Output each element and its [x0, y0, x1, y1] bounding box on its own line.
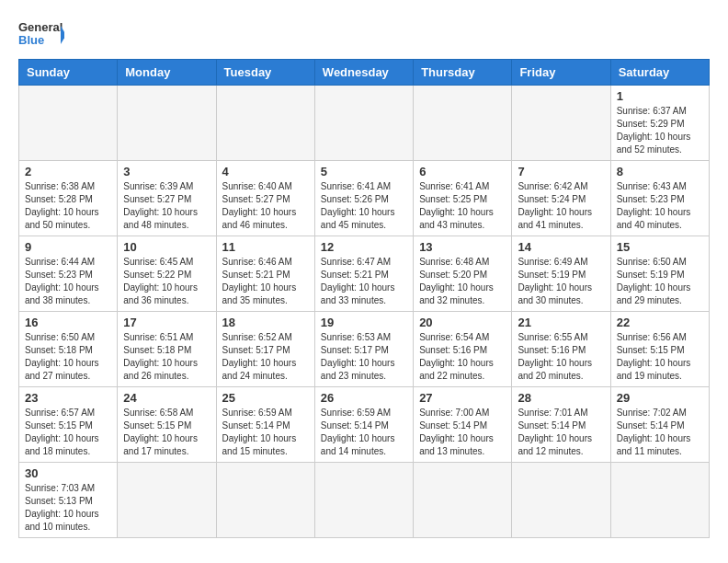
calendar-cell: 3Sunrise: 6:39 AM Sunset: 5:27 PM Daylig… [118, 161, 216, 236]
svg-text:Blue: Blue [18, 33, 44, 47]
day-of-week-header: Thursday [414, 60, 512, 86]
calendar-cell: 10Sunrise: 6:45 AM Sunset: 5:22 PM Dayli… [118, 236, 216, 312]
day-info: Sunrise: 7:02 AM Sunset: 5:14 PM Dayligh… [617, 407, 703, 458]
calendar-cell [216, 86, 314, 161]
day-number: 18 [222, 316, 309, 329]
day-number: 8 [617, 165, 703, 178]
day-info: Sunrise: 6:57 AM Sunset: 5:15 PM Dayligh… [25, 407, 111, 458]
calendar-cell: 2Sunrise: 6:38 AM Sunset: 5:28 PM Daylig… [19, 161, 118, 236]
day-info: Sunrise: 6:42 AM Sunset: 5:24 PM Dayligh… [518, 180, 604, 232]
calendar-week-row: 2Sunrise: 6:38 AM Sunset: 5:28 PM Daylig… [19, 161, 710, 236]
day-info: Sunrise: 6:56 AM Sunset: 5:15 PM Dayligh… [617, 331, 703, 383]
calendar-cell [414, 463, 512, 538]
day-number: 14 [518, 240, 604, 254]
day-number: 29 [617, 391, 703, 405]
day-number: 25 [222, 391, 309, 405]
calendar-table: SundayMondayTuesdayWednesdayThursdayFrid… [18, 59, 710, 538]
day-number: 6 [419, 165, 506, 178]
calendar-cell: 15Sunrise: 6:50 AM Sunset: 5:19 PM Dayli… [610, 236, 709, 312]
calendar-week-row: 1Sunrise: 6:37 AM Sunset: 5:29 PM Daylig… [19, 86, 710, 161]
calendar-cell: 21Sunrise: 6:55 AM Sunset: 5:16 PM Dayli… [512, 312, 610, 387]
calendar-cell: 11Sunrise: 6:46 AM Sunset: 5:21 PM Dayli… [216, 236, 314, 312]
day-number: 28 [518, 391, 604, 405]
calendar-cell: 26Sunrise: 6:59 AM Sunset: 5:14 PM Dayli… [314, 387, 413, 463]
day-number: 2 [25, 165, 111, 178]
day-number: 13 [419, 240, 506, 254]
calendar-cell: 17Sunrise: 6:51 AM Sunset: 5:18 PM Dayli… [118, 312, 216, 387]
day-info: Sunrise: 6:40 AM Sunset: 5:27 PM Dayligh… [222, 180, 309, 232]
day-info: Sunrise: 6:39 AM Sunset: 5:27 PM Dayligh… [123, 180, 210, 232]
day-number: 4 [222, 165, 309, 178]
calendar-cell: 1Sunrise: 6:37 AM Sunset: 5:29 PM Daylig… [610, 86, 709, 161]
calendar-cell: 9Sunrise: 6:44 AM Sunset: 5:23 PM Daylig… [19, 236, 118, 312]
day-number: 3 [123, 165, 210, 178]
day-info: Sunrise: 6:50 AM Sunset: 5:18 PM Dayligh… [25, 331, 111, 383]
day-number: 20 [419, 316, 506, 329]
day-info: Sunrise: 6:50 AM Sunset: 5:19 PM Dayligh… [617, 256, 703, 307]
calendar-cell: 5Sunrise: 6:41 AM Sunset: 5:26 PM Daylig… [314, 161, 413, 236]
day-number: 26 [321, 391, 407, 405]
calendar-cell: 20Sunrise: 6:54 AM Sunset: 5:16 PM Dayli… [414, 312, 512, 387]
day-info: Sunrise: 6:48 AM Sunset: 5:20 PM Dayligh… [419, 256, 506, 307]
day-info: Sunrise: 6:41 AM Sunset: 5:26 PM Dayligh… [321, 180, 407, 232]
page-header: General Blue [18, 18, 710, 50]
day-number: 16 [25, 316, 111, 329]
calendar-week-row: 16Sunrise: 6:50 AM Sunset: 5:18 PM Dayli… [19, 312, 710, 387]
day-info: Sunrise: 6:38 AM Sunset: 5:28 PM Dayligh… [25, 180, 111, 232]
calendar-cell: 14Sunrise: 6:49 AM Sunset: 5:19 PM Dayli… [512, 236, 610, 312]
day-number: 11 [222, 240, 309, 254]
day-of-week-header: Tuesday [216, 60, 314, 86]
calendar-cell: 13Sunrise: 6:48 AM Sunset: 5:20 PM Dayli… [414, 236, 512, 312]
calendar-cell: 30Sunrise: 7:03 AM Sunset: 5:13 PM Dayli… [19, 463, 118, 538]
calendar-cell: 6Sunrise: 6:41 AM Sunset: 5:25 PM Daylig… [414, 161, 512, 236]
day-info: Sunrise: 6:49 AM Sunset: 5:19 PM Dayligh… [518, 256, 604, 307]
day-info: Sunrise: 7:03 AM Sunset: 5:13 PM Dayligh… [25, 482, 111, 534]
day-info: Sunrise: 6:37 AM Sunset: 5:29 PM Dayligh… [617, 105, 703, 156]
day-info: Sunrise: 6:41 AM Sunset: 5:25 PM Dayligh… [419, 180, 506, 232]
day-of-week-header: Friday [512, 60, 610, 86]
day-number: 17 [123, 316, 210, 329]
calendar-cell: 4Sunrise: 6:40 AM Sunset: 5:27 PM Daylig… [216, 161, 314, 236]
calendar-week-row: 9Sunrise: 6:44 AM Sunset: 5:23 PM Daylig… [19, 236, 710, 312]
day-number: 12 [321, 240, 407, 254]
day-info: Sunrise: 6:55 AM Sunset: 5:16 PM Dayligh… [518, 331, 604, 383]
day-number: 1 [617, 89, 703, 103]
day-number: 22 [617, 316, 703, 329]
calendar-cell [512, 86, 610, 161]
calendar-cell [314, 86, 413, 161]
day-of-week-header: Monday [118, 60, 216, 86]
day-of-week-header: Sunday [19, 60, 118, 86]
day-number: 10 [123, 240, 210, 254]
day-number: 15 [617, 240, 703, 254]
day-number: 30 [25, 466, 111, 480]
calendar-cell [512, 463, 610, 538]
calendar-cell: 22Sunrise: 6:56 AM Sunset: 5:15 PM Dayli… [610, 312, 709, 387]
day-number: 9 [25, 240, 111, 254]
calendar-cell [118, 86, 216, 161]
day-of-week-header: Wednesday [314, 60, 413, 86]
calendar-cell [216, 463, 314, 538]
calendar-cell [414, 86, 512, 161]
day-info: Sunrise: 6:43 AM Sunset: 5:23 PM Dayligh… [617, 180, 703, 232]
calendar-cell: 24Sunrise: 6:58 AM Sunset: 5:15 PM Dayli… [118, 387, 216, 463]
day-info: Sunrise: 6:53 AM Sunset: 5:17 PM Dayligh… [321, 331, 407, 383]
day-info: Sunrise: 6:59 AM Sunset: 5:14 PM Dayligh… [321, 407, 407, 458]
day-info: Sunrise: 6:45 AM Sunset: 5:22 PM Dayligh… [123, 256, 210, 307]
svg-text:General: General [18, 20, 63, 34]
logo: General Blue [18, 18, 64, 50]
day-number: 7 [518, 165, 604, 178]
day-number: 19 [321, 316, 407, 329]
logo-svg: General Blue [18, 18, 64, 50]
calendar-cell: 23Sunrise: 6:57 AM Sunset: 5:15 PM Dayli… [19, 387, 118, 463]
calendar-cell: 18Sunrise: 6:52 AM Sunset: 5:17 PM Dayli… [216, 312, 314, 387]
calendar-week-row: 30Sunrise: 7:03 AM Sunset: 5:13 PM Dayli… [19, 463, 710, 538]
day-number: 5 [321, 165, 407, 178]
calendar-cell: 25Sunrise: 6:59 AM Sunset: 5:14 PM Dayli… [216, 387, 314, 463]
day-of-week-header: Saturday [610, 60, 709, 86]
day-number: 21 [518, 316, 604, 329]
calendar-cell [118, 463, 216, 538]
calendar-week-row: 23Sunrise: 6:57 AM Sunset: 5:15 PM Dayli… [19, 387, 710, 463]
day-info: Sunrise: 6:58 AM Sunset: 5:15 PM Dayligh… [123, 407, 210, 458]
calendar-cell: 8Sunrise: 6:43 AM Sunset: 5:23 PM Daylig… [610, 161, 709, 236]
day-info: Sunrise: 7:01 AM Sunset: 5:14 PM Dayligh… [518, 407, 604, 458]
